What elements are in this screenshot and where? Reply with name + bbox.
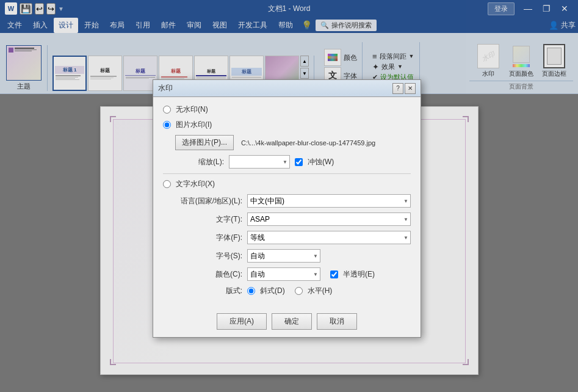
size-select[interactable]: 自动: [247, 249, 320, 263]
scale-label: 缩放(L):: [175, 157, 224, 167]
no-watermark-radio[interactable]: [163, 106, 171, 114]
language-select[interactable]: 中文(中国): [247, 194, 411, 208]
color-row: 颜色(C): 自动 半透明(E): [175, 267, 411, 281]
ok-button[interactable]: 确定: [272, 313, 312, 330]
language-row: 语言(国家/地区)(L): 中文(中国): [175, 194, 411, 208]
file-path: C:\...\4k-wallpaper-blur-close-up-147745…: [241, 139, 375, 147]
picture-watermark-radio[interactable]: [163, 121, 171, 129]
select-picture-row: 选择图片(P)... C:\...\4k-wallpaper-blur-clos…: [175, 135, 411, 150]
dialog-footer: 应用(A) 确定 取消: [153, 308, 421, 337]
diagonal-radio[interactable]: [247, 287, 255, 295]
watermark-dialog: 水印 ? ✕ 无水印(N) 图片水印(I) 选择图片(P)... C:\...\…: [153, 79, 421, 338]
diagonal-label[interactable]: 斜式(D): [260, 286, 285, 296]
color-field-label: 颜色(C):: [175, 269, 242, 280]
picture-watermark-row: 图片水印(I): [163, 120, 411, 130]
dialog-body: 无水印(N) 图片水印(I) 选择图片(P)... C:\...\4k-wall…: [153, 97, 421, 308]
picture-watermark-label[interactable]: 图片水印(I): [176, 120, 212, 130]
size-label: 字号(S):: [175, 251, 242, 261]
dialog-title: 水印: [158, 83, 173, 93]
dialog-close-button[interactable]: ✕: [405, 83, 416, 94]
text-watermark-radio[interactable]: [163, 180, 171, 188]
text-select[interactable]: ASAP: [247, 212, 411, 226]
size-select-container: 自动: [247, 249, 320, 263]
language-select-container: 中文(中国): [247, 194, 411, 208]
dialog-help-button[interactable]: ?: [392, 83, 403, 94]
text-select-container: ASAP: [247, 212, 411, 226]
text-label: 文字(T):: [175, 214, 242, 225]
layout-label: 版式:: [175, 286, 242, 296]
cancel-button[interactable]: 取消: [317, 313, 357, 330]
text-watermark-label[interactable]: 文字水印(X): [176, 179, 215, 189]
layout-row: 版式: 斜式(D) 水平(H): [175, 286, 411, 296]
color-select-container: 自动: [247, 267, 320, 281]
font-select-container: 等线: [247, 231, 411, 244]
color-select[interactable]: 自动: [247, 267, 320, 281]
scale-select[interactable]: [229, 155, 290, 169]
semitransparent-checkbox[interactable]: [330, 270, 338, 278]
scale-row: 缩放(L): 冲蚀(W): [175, 155, 411, 169]
size-row: 字号(S): 自动: [175, 249, 411, 263]
font-field-label: 字体(F):: [175, 233, 242, 243]
section-divider: [163, 173, 411, 174]
language-label: 语言(国家/地区)(L):: [175, 196, 242, 206]
no-watermark-label[interactable]: 无水印(N): [176, 104, 208, 115]
dialog-titlebar: 水印 ? ✕: [153, 80, 421, 97]
dialog-controls: ? ✕: [392, 83, 416, 94]
no-watermark-row: 无水印(N): [163, 104, 411, 115]
font-select[interactable]: 等线: [247, 231, 411, 244]
dialog-overlay: 水印 ? ✕ 无水印(N) 图片水印(I) 选择图片(P)... C:\...\…: [0, 0, 578, 392]
scale-select-container: [229, 155, 290, 169]
washout-checkbox[interactable]: [295, 158, 303, 166]
text-watermark-row: 文字水印(X): [163, 179, 411, 189]
semitransparent-label[interactable]: 半透明(E): [343, 269, 375, 280]
horizontal-label[interactable]: 水平(H): [308, 286, 333, 296]
washout-label[interactable]: 冲蚀(W): [308, 157, 334, 167]
font-row: 字体(F): 等线: [175, 231, 411, 244]
select-picture-button[interactable]: 选择图片(P)...: [175, 135, 234, 150]
apply-button[interactable]: 应用(A): [217, 313, 267, 330]
text-row: 文字(T): ASAP: [175, 212, 411, 226]
horizontal-radio[interactable]: [295, 287, 303, 295]
